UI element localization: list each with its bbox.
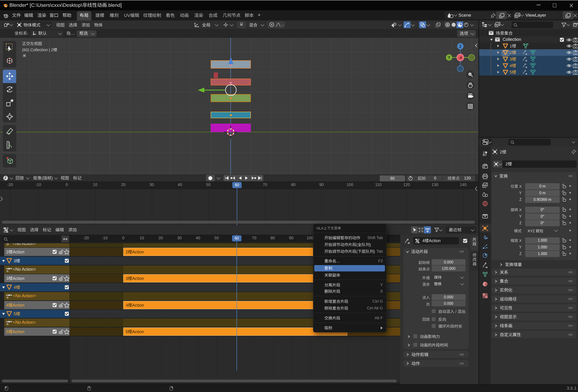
svg-text:Y: Y [448, 56, 450, 60]
svg-text:Z: Z [459, 44, 462, 48]
svg-text:-X: -X [459, 56, 462, 60]
